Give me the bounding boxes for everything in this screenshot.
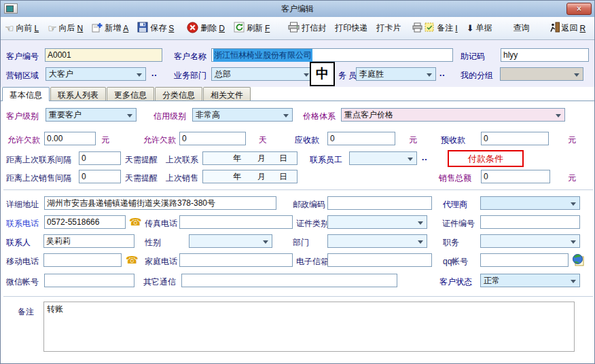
print-envelope-button[interactable]: 打信封 [288,22,326,35]
home-phone-input[interactable] [179,253,293,267]
tab-basic-info[interactable]: 基本信息 [2,87,50,101]
phone-label: 联系电话 [6,218,39,230]
allow-debt-days-input[interactable] [179,132,246,145]
close-button[interactable]: × [566,3,592,15]
query-button[interactable]: 查询 [513,22,530,34]
print-card-button[interactable]: 打卡片 [376,22,401,34]
allow-debt-amount-input[interactable] [44,132,96,145]
hand-right-icon: ☞ [48,23,56,33]
nav-forward-button[interactable]: ☜ 向前L [5,22,39,34]
mobile-input[interactable] [43,253,122,267]
month-unit: 月 [257,153,266,164]
id-no-input[interactable] [480,215,580,229]
tab-category-info[interactable]: 分类信息 [155,87,202,101]
total-sales-input[interactable] [481,170,550,183]
id-no-label: 证件编号 [442,218,475,230]
sales-region-more-button[interactable]: .. [151,69,158,78]
phone-icon[interactable]: ☎ [126,255,139,265]
customer-status-dropdown[interactable]: 正常 [480,274,580,287]
salesman-more-button[interactable]: .. [439,69,446,78]
globe-icon[interactable] [572,253,584,269]
customer-no-input[interactable] [45,48,162,62]
last-contact-date-input[interactable]: 年 月 日 [202,151,298,165]
agent-label: 代理商 [443,199,467,211]
remark-textarea[interactable]: 转账 [43,302,575,352]
customer-name-label: 客户名称 [174,51,206,62]
prepaid-input[interactable] [481,132,549,145]
home-phone-label: 家庭电话 [145,256,177,268]
position-dropdown[interactable] [480,234,580,248]
save-button[interactable]: 保存S [137,22,174,35]
print-express-button[interactable]: 打印快递 [335,22,367,34]
department-dropdown[interactable] [327,234,427,248]
last-sale-date-input[interactable]: 年 月 日 [202,170,298,183]
remark-label: 备注 [18,306,34,318]
customer-level-dropdown[interactable]: 重要客户 [46,108,137,122]
allow-debt-days-unit: 天 [259,134,267,146]
customer-status-label: 客户状态 [439,276,472,288]
qq-input[interactable] [480,253,569,267]
separator [3,189,593,190]
contact-staff-more-button[interactable]: .. [422,153,428,162]
other-comm-input[interactable] [181,274,397,287]
allow-debt-days-label: 允许欠款 [143,134,176,146]
salesman-label: 务 员 [338,70,357,81]
payment-terms-button[interactable]: 付款条件 [448,150,524,167]
phone-input[interactable] [44,215,126,229]
wechat-input[interactable] [44,274,134,287]
business-dept-label: 业务部门 [174,70,206,81]
address-label: 详细地址 [6,199,39,211]
mnemonic-input[interactable] [501,48,589,62]
prepaid-unit: 元 [568,134,576,146]
contact-person-input[interactable] [43,234,134,248]
contact-staff-label: 联系员工 [310,154,342,166]
receivable-input[interactable] [327,132,395,145]
gender-dropdown[interactable] [189,234,272,248]
ime-indicator: 中 [310,62,335,86]
credit-level-dropdown[interactable]: 非常高 [192,108,293,122]
delete-icon [187,22,198,35]
tab-contact-list[interactable]: 联系人列表 [50,87,106,101]
price-system-dropdown[interactable]: 重点客户价格 [341,108,565,122]
total-sales-label: 销售总额 [439,172,471,184]
business-dept-dropdown[interactable]: 总部 [211,67,313,81]
remark-button[interactable]: 备注I [412,22,457,35]
sales-region-label: 营销区域 [6,70,39,81]
my-group-dropdown[interactable] [500,67,583,81]
delete-button[interactable]: 删除D [187,22,225,35]
phone-icon[interactable]: ☎ [129,217,142,227]
exit-door-icon [549,22,560,35]
email-input[interactable] [327,253,432,267]
id-type-dropdown[interactable] [327,215,427,229]
other-comm-label: 其它通信 [143,276,176,288]
tab-related-files[interactable]: 相关文件 [203,87,251,101]
sales-interval-input[interactable] [79,170,121,183]
postcode-input[interactable] [327,196,432,210]
agent-dropdown[interactable] [480,196,580,210]
receivable-unit: 元 [409,134,417,146]
contact-staff-dropdown[interactable] [349,151,417,165]
toolbar: ☜ 向前L ☞ 向后N 新增A 保存S 删除D 刷新F 打信封 打印快递 [1,17,594,40]
window-title: 客户编辑 [1,3,594,15]
return-button[interactable]: 返回R [549,22,586,35]
email-label: 电子信箱 [296,256,329,268]
documents-button[interactable]: ⬇︎ 单据 [467,22,492,34]
salesman-dropdown[interactable]: 李庭胜 [356,67,436,81]
fax-input[interactable] [179,215,293,229]
customer-edit-window: 客户编辑 × ☜ 向前L ☞ 向后N 新增A 保存S 删除D 刷新F [0,0,595,364]
app-window-icon [4,3,18,14]
id-type-label: 证件类别 [296,218,329,230]
contact-interval-input[interactable] [79,151,121,165]
last-sale-label: 上次销售 [166,172,198,184]
refresh-button[interactable]: 刷新F [234,22,270,35]
tab-more-info[interactable]: 更多信息 [107,87,154,101]
sales-region-dropdown[interactable]: 大客户 [46,67,146,81]
allow-debt-amount-unit: 元 [101,134,109,146]
customer-name-input[interactable]: 浙江恒林椅业股份有限公司 [211,48,453,62]
price-system-label: 价格体系 [303,111,336,122]
year-unit: 年 [233,171,241,183]
new-button[interactable]: 新增A [92,22,128,35]
down-arrow-icon: ⬇︎ [467,24,474,33]
address-input[interactable] [44,196,276,210]
nav-back-button[interactable]: ☞ 向后N [48,22,83,34]
